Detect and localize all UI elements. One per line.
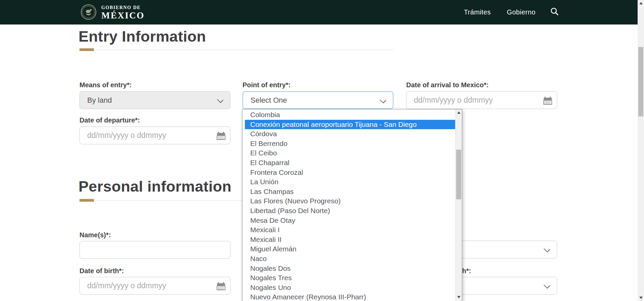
point-of-entry-select[interactable]: Select One bbox=[243, 91, 393, 109]
gold-accent-bar bbox=[79, 199, 94, 202]
dropdown-option[interactable]: Las Champas bbox=[245, 187, 455, 197]
dropdown-scrollbar[interactable] bbox=[455, 109, 462, 301]
top-navbar: GOBIERNO DE MÉXICO Trámites Gobierno bbox=[0, 0, 644, 24]
page-scrollbar-thumb[interactable] bbox=[638, 47, 643, 116]
nav-link-tramites[interactable]: Trámites bbox=[464, 8, 491, 16]
date-of-arrival-label: Date of arrival to Mexico*: bbox=[406, 81, 489, 89]
dropdown-option[interactable]: Frontera Corozal bbox=[245, 168, 455, 178]
scrollbar-down-arrow-icon[interactable] bbox=[457, 296, 461, 298]
calendar-icon[interactable] bbox=[217, 282, 225, 291]
chevron-down-icon bbox=[544, 282, 550, 289]
dropdown-option[interactable]: Nogales Tres bbox=[245, 273, 455, 283]
date-of-departure-input[interactable] bbox=[80, 127, 230, 144]
scrollbar-down-arrow-icon[interactable] bbox=[639, 297, 643, 299]
dropdown-option[interactable]: Mexicali I bbox=[245, 225, 455, 235]
section-divider bbox=[79, 50, 393, 50]
dropdown-option[interactable]: El Chaparral bbox=[245, 158, 455, 168]
dropdown-option[interactable]: Colombia bbox=[245, 110, 455, 120]
means-of-entry-value: By land bbox=[87, 96, 112, 105]
date-of-arrival-input[interactable] bbox=[407, 92, 557, 109]
dropdown-option[interactable]: Nogales Dos bbox=[245, 264, 455, 273]
dropdown-options: ColombiaConexión peatonal aeroportuario … bbox=[245, 110, 455, 301]
entry-information-title: Entry Information bbox=[78, 28, 206, 45]
scrollbar-up-arrow-icon[interactable] bbox=[457, 111, 461, 114]
dropdown-option[interactable]: Nuevo Amanecer (Reynosa III-Pharr) bbox=[245, 292, 455, 301]
names-field bbox=[79, 241, 230, 259]
calendar-icon[interactable] bbox=[543, 96, 552, 105]
logo-line-1: GOBIERNO DE bbox=[101, 5, 145, 10]
means-of-entry-label: Means of entry*: bbox=[79, 81, 132, 89]
gobmx-logotype[interactable]: GOBIERNO DE MÉXICO bbox=[101, 5, 145, 21]
point-of-entry-label: Point of entry*: bbox=[243, 81, 290, 89]
dropdown-option[interactable]: El Berrendo bbox=[245, 139, 455, 149]
dropdown-option[interactable]: Córdova bbox=[245, 129, 455, 139]
dropdown-option[interactable]: Libertad (Paso Del Norte) bbox=[245, 206, 455, 216]
date-of-birth-field bbox=[79, 277, 230, 295]
search-icon[interactable] bbox=[550, 7, 559, 16]
personal-information-title: Personal information bbox=[78, 178, 231, 195]
logo-line-2: MÉXICO bbox=[101, 10, 145, 21]
date-of-departure-field bbox=[79, 127, 230, 144]
names-input[interactable] bbox=[80, 241, 230, 258]
dropdown-option[interactable]: Naco bbox=[245, 254, 455, 264]
dropdown-option[interactable]: Mexicali II bbox=[245, 235, 455, 245]
chevron-down-icon bbox=[217, 97, 223, 103]
chevron-down-icon bbox=[544, 246, 550, 252]
dropdown-option[interactable]: Las Flores (Nuevo Progreso) bbox=[245, 196, 455, 206]
gobmx-seal-icon[interactable] bbox=[80, 4, 97, 20]
dropdown-option[interactable]: La Unión bbox=[245, 177, 455, 187]
date-of-departure-label: Date of departure*: bbox=[79, 116, 140, 124]
date-of-birth-input[interactable] bbox=[80, 277, 230, 294]
date-of-birth-label: Date of birth*: bbox=[79, 267, 124, 275]
date-of-arrival-field bbox=[406, 91, 557, 109]
page-scrollbar[interactable] bbox=[638, 0, 644, 301]
dropdown-scrollbar-thumb[interactable] bbox=[456, 150, 461, 199]
dropdown-option[interactable]: Mesa De Otay bbox=[245, 216, 455, 225]
dropdown-option[interactable]: El Ceibo bbox=[245, 148, 455, 158]
chevron-down-icon bbox=[380, 97, 386, 103]
dropdown-option[interactable]: Miguel Alemán bbox=[245, 244, 455, 254]
scrollbar-up-arrow-icon[interactable] bbox=[639, 2, 643, 4]
page: GOBIERNO DE MÉXICO Trámites Gobierno Ent… bbox=[0, 0, 644, 301]
nav-link-gobierno[interactable]: Gobierno bbox=[507, 8, 535, 16]
names-label: Name(s)*: bbox=[79, 231, 111, 239]
gold-accent-bar bbox=[79, 48, 94, 51]
dropdown-option[interactable]: Conexión peatonal aeroportuario Tijuana … bbox=[245, 120, 455, 130]
point-of-entry-value: Select One bbox=[251, 96, 287, 105]
calendar-icon[interactable] bbox=[217, 132, 225, 140]
means-of-entry-select[interactable]: By land bbox=[79, 91, 230, 109]
dropdown-option[interactable]: Nogales Uno bbox=[245, 283, 455, 293]
point-of-entry-dropdown-list: ColombiaConexión peatonal aeroportuario … bbox=[242, 109, 462, 301]
